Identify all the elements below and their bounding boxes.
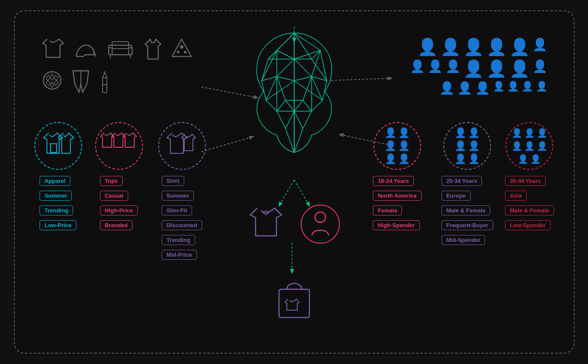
seg-person-purple-3: 👤 bbox=[455, 140, 466, 152]
svg-line-43 bbox=[277, 111, 286, 129]
svg-line-3 bbox=[279, 180, 294, 206]
product-circle-shirt bbox=[158, 122, 206, 170]
person-icon-13: 👤 bbox=[532, 59, 548, 78]
brain-center bbox=[242, 24, 346, 172]
seg-person-darkred-1: 👤 bbox=[512, 128, 522, 138]
seg-person-pink-6: 👤 bbox=[398, 153, 410, 165]
person-icon-1: 👤 bbox=[417, 37, 438, 56]
svg-marker-19 bbox=[54, 75, 58, 80]
tops-tags: Tops Casual High-Price Branded bbox=[100, 176, 138, 232]
seg-person-purple-5: 👤 bbox=[455, 153, 466, 165]
product-group-apparel: Apparel Summer Trending Low-Price bbox=[34, 122, 82, 232]
seg-person-purple-2: 👤 bbox=[468, 127, 480, 139]
svg-line-71 bbox=[294, 59, 312, 76]
tag-summer2: Summer bbox=[162, 191, 194, 201]
segment-group-1824: 👤 👤 👤 👤 👤 👤 18-24 Years North America Fe… bbox=[373, 122, 421, 232]
center-person-circle bbox=[301, 205, 340, 244]
person-icon-5: 👤 bbox=[509, 37, 530, 56]
tag-slimfit: Slim-Fit bbox=[162, 205, 192, 215]
svg-line-42 bbox=[286, 111, 294, 129]
center-shirt-icon bbox=[249, 205, 283, 239]
svg-point-14 bbox=[180, 45, 183, 49]
segment-group-3544: 👤 👤 👤 👤 👤 👤 👤 👤 35-44 Years Asia Male & … bbox=[505, 122, 554, 232]
tag-casual: Casual bbox=[100, 191, 128, 201]
person-icon-8: 👤 bbox=[428, 59, 443, 78]
seg-person-darkred-8: 👤 bbox=[530, 154, 541, 164]
person-icon-3: 👤 bbox=[463, 37, 484, 56]
svg-point-16 bbox=[184, 51, 186, 53]
person-icon-7: 👤 bbox=[410, 59, 425, 78]
product-icons-area bbox=[41, 37, 206, 94]
svg-line-40 bbox=[286, 100, 294, 111]
center-shirt-person bbox=[249, 205, 340, 244]
tag-3544: 35-44 Years bbox=[505, 176, 545, 186]
svg-marker-23 bbox=[46, 75, 50, 80]
seg2-tags: 25-34 Years Europe Male & Female Frequen… bbox=[442, 176, 493, 247]
seg-person-darkred-7: 👤 bbox=[518, 154, 528, 164]
seg-person-pink-2: 👤 bbox=[398, 127, 410, 139]
svg-line-47 bbox=[277, 50, 294, 59]
svg-line-35 bbox=[262, 81, 266, 100]
heels-icon bbox=[73, 37, 97, 59]
product-circle-apparel bbox=[34, 122, 82, 170]
tag-lowprice: Low-Price bbox=[40, 220, 76, 230]
customer-icons-top-right: 👤 👤 👤 👤 👤 👤 👤 👤 👤 👤 👤 👤 👤 👤 👤 👤 👤 👤 👤 👤 bbox=[400, 37, 548, 95]
svg-marker-22 bbox=[46, 80, 50, 86]
person-icon-18: 👤 bbox=[507, 81, 519, 95]
seg-person-purple-6: 👤 bbox=[468, 153, 480, 165]
person-icon-10: 👤 bbox=[463, 59, 484, 78]
seg-person-darkred-5: 👤 bbox=[524, 141, 535, 151]
svg-line-73 bbox=[294, 76, 312, 81]
seg-person-darkred-4: 👤 bbox=[512, 141, 522, 151]
svg-line-53 bbox=[294, 33, 312, 59]
person-icon-15: 👤 bbox=[457, 81, 472, 95]
svg-marker-21 bbox=[50, 82, 54, 87]
main-container: Apparel Summer Trending Low-Price Tops C… bbox=[14, 10, 575, 354]
seg-person-darkred-2: 👤 bbox=[524, 128, 535, 138]
seg-person-pink-5: 👤 bbox=[385, 153, 396, 165]
person-icon-11: 👤 bbox=[486, 59, 507, 78]
tag-apparel: Apparel bbox=[40, 176, 70, 186]
tshirt-icon bbox=[41, 37, 65, 59]
segment-group-2534: 👤 👤 👤 👤 👤 👤 25-34 Years Europe Male & Fe… bbox=[442, 122, 493, 247]
tag-female: Female bbox=[373, 205, 402, 215]
tag-shirt: Shirt bbox=[162, 176, 184, 186]
person-icon-16: 👤 bbox=[475, 81, 490, 95]
tag-2534: 25-34 Years bbox=[442, 176, 482, 186]
seg1-tags: 18-24 Years North America Female High-Sp… bbox=[373, 176, 421, 232]
person-icon-2: 👤 bbox=[440, 37, 461, 56]
tag-lowspender: Low-Spender bbox=[505, 220, 550, 230]
svg-marker-20 bbox=[54, 80, 58, 86]
tag-1824: 18-24 Years bbox=[373, 176, 413, 186]
tag-highspender: High-Spender bbox=[373, 220, 419, 230]
seg-person-darkred-6: 👤 bbox=[537, 141, 548, 151]
svg-line-32 bbox=[262, 76, 277, 81]
person-icon-6: 👤 bbox=[532, 37, 548, 56]
seg-person-pink-4: 👤 bbox=[398, 140, 410, 152]
tag-asia: Asia bbox=[505, 191, 526, 201]
tag-midspender: Mid-Spender bbox=[442, 235, 485, 245]
tag-summer: Summer bbox=[40, 191, 72, 201]
svg-line-69 bbox=[294, 129, 303, 152]
dress-icon bbox=[143, 37, 163, 61]
seg3-tags: 35-44 Years Asia Male & Female Low-Spend… bbox=[505, 176, 554, 232]
svg-line-63 bbox=[303, 100, 312, 111]
soccer-icon bbox=[41, 69, 63, 92]
tag-europe: Europe bbox=[442, 191, 471, 201]
person-icon-17: 👤 bbox=[493, 81, 505, 95]
pants-icon bbox=[71, 69, 90, 94]
segment-circle-pink: 👤 👤 👤 👤 👤 👤 bbox=[373, 122, 421, 170]
svg-rect-26 bbox=[103, 85, 107, 93]
seg-person-pink-3: 👤 bbox=[385, 140, 396, 152]
person-icon-14: 👤 bbox=[439, 81, 455, 95]
tag-tops: Tops bbox=[100, 176, 123, 186]
tag-trending: Trending bbox=[40, 205, 73, 215]
svg-line-67 bbox=[294, 111, 303, 129]
svg-line-68 bbox=[303, 111, 312, 129]
svg-line-31 bbox=[262, 50, 277, 81]
svg-line-60 bbox=[322, 81, 327, 100]
person-icon-19: 👤 bbox=[522, 81, 533, 95]
tag-highprice: High-Price bbox=[100, 205, 138, 215]
svg-line-65 bbox=[294, 100, 303, 111]
seg-person-purple-1: 👤 bbox=[455, 127, 466, 139]
